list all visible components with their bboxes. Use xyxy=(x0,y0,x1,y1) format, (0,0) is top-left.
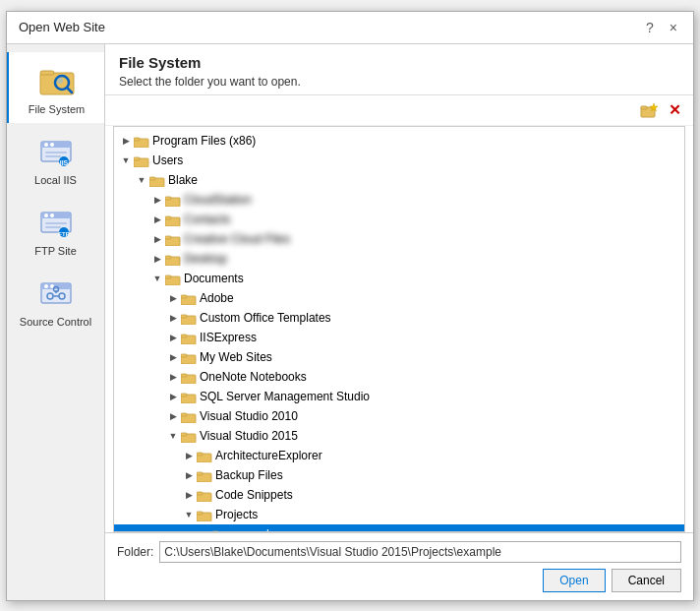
ftp-icon: FTP xyxy=(36,202,76,241)
folder-icon-users xyxy=(134,153,149,167)
tree-toggle-users[interactable]: ▼ xyxy=(118,153,134,168)
tree-label-program-files: Program Files (x86) xyxy=(152,134,256,148)
folder-row: Folder: xyxy=(117,541,681,563)
tree-toggle-iisexpress[interactable]: ▶ xyxy=(165,330,181,345)
folder-icon-documents xyxy=(165,271,181,285)
tree-label-onenote: OneNote Notebooks xyxy=(200,370,307,384)
tree-item-example[interactable]: ▶ example xyxy=(114,524,684,532)
tree-toggle-custom-office[interactable]: ▶ xyxy=(165,310,181,326)
tree-item-adobe[interactable]: ▶ Adobe xyxy=(114,288,684,308)
tree-toggle-vs2010[interactable]: ▶ xyxy=(165,408,181,424)
close-button[interactable]: × xyxy=(666,20,681,35)
tree-item-vs2010[interactable]: ▶ Visual Studio 2010 xyxy=(114,406,684,426)
tree-toggle-program-files[interactable]: ▶ xyxy=(118,133,134,149)
tree-label-arch-explorer: ArchitectureExplorer xyxy=(215,449,322,462)
svg-rect-1 xyxy=(40,71,54,75)
tree-item-arch-explorer[interactable]: ▶ ArchitectureExplorer xyxy=(114,446,684,465)
tree-item-code-snippets[interactable]: ▶ Code Snippets xyxy=(114,485,684,505)
help-button[interactable]: ? xyxy=(642,20,658,35)
tree-toggle-blurred4[interactable]: ▶ xyxy=(149,251,165,267)
tree-toggle-blurred3[interactable]: ▶ xyxy=(149,231,165,247)
svg-rect-64 xyxy=(181,433,187,436)
tree-item-blurred2[interactable]: ▶ Contacts xyxy=(114,210,684,229)
tree-toggle-onenote[interactable]: ▶ xyxy=(165,369,181,385)
sidebar-item-file-system[interactable]: File System xyxy=(7,52,104,123)
tree-toggle-projects[interactable]: ▼ xyxy=(181,507,197,522)
folder-icon-backup-files xyxy=(197,467,212,482)
tree-label-users: Users xyxy=(152,153,183,167)
panel-subtitle: Select the folder you want to open. xyxy=(119,75,679,89)
tree-label-code-snippets: Code Snippets xyxy=(215,488,293,502)
main-content: File System IIS Local IIS xyxy=(7,44,693,600)
new-folder-button[interactable] xyxy=(638,99,660,121)
svg-point-4 xyxy=(57,78,63,84)
open-button[interactable]: Open xyxy=(543,569,605,592)
tree-toggle-my-web-sites[interactable]: ▶ xyxy=(165,349,181,365)
open-web-site-dialog: Open Web Site ? × xyxy=(6,11,694,601)
tree-item-program-files[interactable]: ▶ Program Files (x86) xyxy=(114,131,684,151)
tree-toggle-sql-server[interactable]: ▶ xyxy=(165,389,181,404)
tree-item-blurred4[interactable]: ▶ Desktop xyxy=(114,249,684,269)
tree-item-custom-office[interactable]: ▶ Custom Office Templates xyxy=(114,308,684,328)
tree-item-onenote[interactable]: ▶ OneNote Notebooks xyxy=(114,367,684,387)
svg-rect-46 xyxy=(165,256,171,259)
tree-item-vs2015[interactable]: ▼ Visual Studio 2015 xyxy=(114,426,684,446)
tree-toggle-arch-explorer[interactable]: ▶ xyxy=(181,448,197,463)
folder-icon-projects xyxy=(197,507,212,521)
svg-rect-17 xyxy=(45,222,67,224)
svg-rect-34 xyxy=(134,138,140,141)
tree-label-projects: Projects xyxy=(215,508,258,521)
tree-toggle-adobe[interactable]: ▶ xyxy=(165,290,181,306)
sidebar-item-ftp-site[interactable]: FTP FTP Site xyxy=(7,194,104,265)
tree-item-iisexpress[interactable]: ▶ IISExpress xyxy=(114,328,684,347)
tree-label-blurred2: Contacts xyxy=(184,213,230,226)
tree-item-sql-server[interactable]: ▶ SQL Server Management Studio xyxy=(114,387,684,406)
tree-item-projects[interactable]: ▼ Projects xyxy=(114,505,684,524)
sidebar-item-label-ftp-site: FTP Site xyxy=(34,245,77,257)
tree-toggle-code-snippets[interactable]: ▶ xyxy=(181,487,197,503)
svg-point-16 xyxy=(50,214,54,217)
tree-item-blake[interactable]: ▼ Blake xyxy=(114,170,684,190)
sidebar-item-label-local-iis: Local IIS xyxy=(34,174,77,186)
folder-icon-code-snippets xyxy=(197,487,212,502)
folder-icon-vs2015 xyxy=(181,428,197,443)
svg-point-23 xyxy=(44,284,48,288)
folder-label: Folder: xyxy=(117,545,153,559)
tree-item-my-web-sites[interactable]: ▶ My Web Sites xyxy=(114,347,684,367)
svg-rect-70 xyxy=(197,492,203,495)
tree-label-backup-files: Backup Files xyxy=(215,468,283,482)
tree-label-vs2015: Visual Studio 2015 xyxy=(200,429,298,443)
tree-toggle-documents[interactable]: ▼ xyxy=(149,271,165,286)
svg-rect-38 xyxy=(149,177,155,180)
svg-rect-62 xyxy=(181,413,187,416)
delete-button[interactable]: ✕ xyxy=(664,99,685,121)
button-row: Open Cancel xyxy=(117,569,681,592)
file-tree[interactable]: ▶ Program Files (x86)▼ Users▼ Blake▶ Clo… xyxy=(113,126,685,532)
folder-input[interactable] xyxy=(159,541,681,563)
sidebar-item-local-iis[interactable]: IIS Local IIS xyxy=(7,123,104,194)
tree-label-blurred1: CloudStation xyxy=(184,193,252,207)
panel-toolbar: ✕ xyxy=(105,95,693,126)
tree-item-backup-files[interactable]: ▶ Backup Files xyxy=(114,465,684,485)
tree-label-adobe: Adobe xyxy=(200,291,234,305)
tree-toggle-blurred1[interactable]: ▶ xyxy=(149,192,165,208)
svg-rect-52 xyxy=(181,315,187,318)
folder-icon-program-files xyxy=(134,133,149,148)
footer: Folder: Open Cancel xyxy=(105,532,693,600)
sidebar-item-source-control[interactable]: Source Control xyxy=(7,265,104,336)
panel-header: File System Select the folder you want t… xyxy=(105,44,693,95)
tree-toggle-backup-files[interactable]: ▶ xyxy=(181,467,197,483)
cancel-button[interactable]: Cancel xyxy=(612,569,681,592)
tree-item-documents[interactable]: ▼ Documents xyxy=(114,269,684,288)
tree-item-blurred1[interactable]: ▶ CloudStation xyxy=(114,190,684,210)
folder-icon-blurred4 xyxy=(165,251,181,266)
tree-toggle-blurred2[interactable]: ▶ xyxy=(149,212,165,227)
file-system-icon xyxy=(37,60,77,99)
dialog-title: Open Web Site xyxy=(19,20,105,34)
tree-item-blurred3[interactable]: ▶ Creative Cloud Files xyxy=(114,229,684,249)
tree-toggle-blake[interactable]: ▼ xyxy=(134,172,149,188)
folder-icon-blurred2 xyxy=(165,212,181,226)
tree-toggle-vs2015[interactable]: ▼ xyxy=(165,428,181,444)
tree-item-users[interactable]: ▼ Users xyxy=(114,151,684,170)
svg-rect-42 xyxy=(165,216,171,219)
